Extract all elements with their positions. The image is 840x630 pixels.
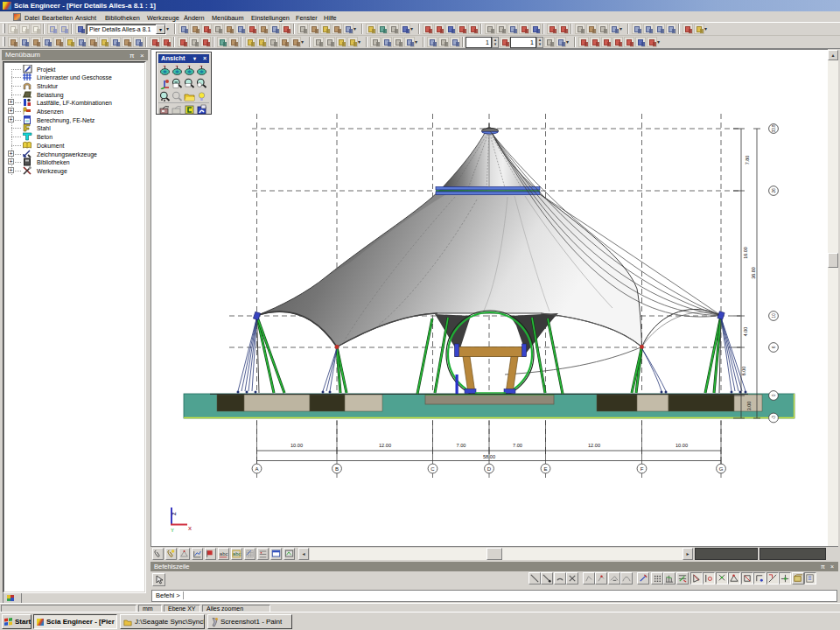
svg-text:58.00: 58.00 [483, 454, 495, 459]
svg-text:16.00: 16.00 [743, 247, 748, 259]
svg-text:Z: Z [172, 512, 177, 515]
svg-text:D: D [487, 466, 492, 472]
svg-text:10.00: 10.00 [290, 443, 303, 448]
svg-text:Y: Y [171, 528, 174, 533]
svg-text:7.80: 7.80 [745, 156, 750, 165]
svg-text:12.00: 12.00 [379, 443, 391, 448]
svg-text:10: 10 [772, 313, 776, 318]
svg-text:3.00: 3.00 [746, 402, 752, 411]
svg-text:6: 6 [772, 346, 776, 348]
svg-text:X: X [188, 526, 192, 531]
svg-text:4.00: 4.00 [743, 327, 748, 337]
svg-text:7.00: 7.00 [513, 443, 522, 448]
svg-text:12.00: 12.00 [588, 443, 600, 448]
svg-text:33.8: 33.8 [772, 124, 776, 132]
svg-text:36.80: 36.80 [751, 267, 756, 279]
svg-text:6.00: 6.00 [741, 367, 746, 376]
svg-text:A: A [255, 466, 258, 472]
svg-text:-3: -3 [772, 416, 776, 420]
svg-text:F: F [640, 466, 644, 472]
svg-text:10.00: 10.00 [676, 443, 688, 448]
svg-text:abc: abc [220, 551, 228, 556]
svg-text:26: 26 [772, 188, 776, 193]
svg-text:C: C [430, 466, 435, 472]
svg-text:G: G [719, 466, 724, 472]
svg-text:E: E [543, 466, 547, 472]
svg-text:B: B [335, 466, 339, 472]
svg-text:0: 0 [772, 394, 776, 396]
svg-text:7.00: 7.00 [457, 443, 466, 448]
